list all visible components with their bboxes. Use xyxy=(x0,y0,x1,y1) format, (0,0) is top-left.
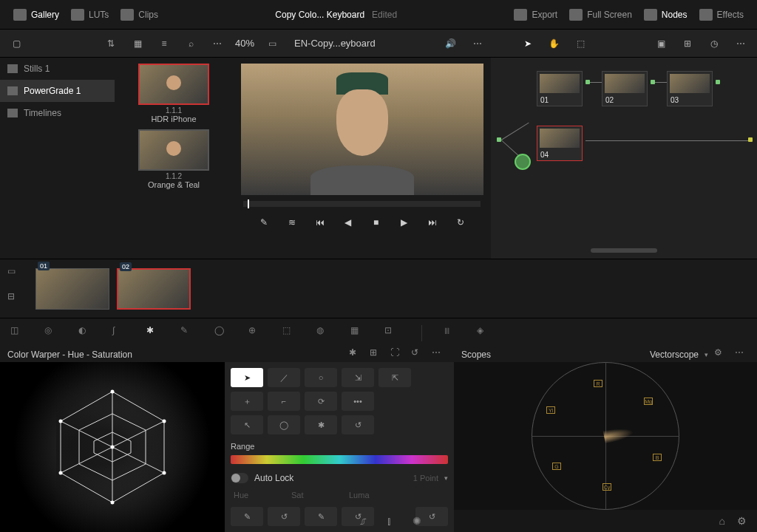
sidebar-item-timelines[interactable]: Timelines xyxy=(0,102,115,124)
picker-icon[interactable]: ✎ xyxy=(256,214,272,231)
scope-mode[interactable]: Vectorscope xyxy=(650,349,699,360)
loop-icon[interactable]: ↻ xyxy=(452,214,469,231)
key-icon[interactable]: ▦ xyxy=(350,325,367,341)
qualifier-icon[interactable]: ✎ xyxy=(180,325,197,341)
grid-icon[interactable]: ⊞ xyxy=(370,347,384,362)
scope-settings-icon[interactable]: ⚙ xyxy=(714,347,729,362)
blur-icon[interactable]: ◍ xyxy=(316,325,333,341)
settings-icon[interactable]: ⚙ xyxy=(737,515,747,527)
fullscreen-button[interactable]: Full Screen xyxy=(563,6,638,24)
sat-param[interactable]: Sat xyxy=(291,491,336,499)
magic-mask-icon[interactable]: ⬚ xyxy=(282,325,299,341)
clip-mode-icon[interactable]: ▭ xyxy=(7,266,28,287)
hdr-icon[interactable]: ◐ xyxy=(78,325,95,341)
select-tool[interactable]: ➤ xyxy=(231,368,263,387)
layout-toggle[interactable]: ▢ xyxy=(7,35,25,52)
pointer-tool[interactable]: ➤ xyxy=(519,35,537,52)
hand-tool[interactable]: ✋ xyxy=(546,35,563,52)
scopes-icon[interactable]: ⫼ xyxy=(443,325,459,341)
all-tool[interactable]: ✱ xyxy=(305,415,337,434)
stop-icon[interactable]: ■ xyxy=(368,214,384,231)
autolock-toggle[interactable] xyxy=(231,473,248,483)
color-warper-icon[interactable]: ✱ xyxy=(146,325,163,341)
aspect-icon[interactable]: ▭ xyxy=(263,35,281,52)
grid-view-icon[interactable]: ▦ xyxy=(129,35,146,52)
effects-tab[interactable]: Effects xyxy=(693,6,750,24)
point-mode[interactable]: 1 Point xyxy=(413,474,438,482)
clip-filter-icon[interactable]: ⊟ xyxy=(7,291,28,312)
smooth-tool[interactable]: ⌐ xyxy=(268,392,300,411)
zoom-level[interactable]: 40% xyxy=(235,38,254,49)
camera-raw-icon[interactable]: ◫ xyxy=(10,325,27,341)
node-03[interactable]: 03 xyxy=(667,71,713,106)
increase-tool[interactable]: ••• xyxy=(342,392,374,411)
clip-thumb-01[interactable]: 01 xyxy=(35,268,109,310)
highlight-icon[interactable]: ◷ xyxy=(705,35,723,52)
nodes-tab[interactable]: Nodes xyxy=(638,6,693,24)
expand-icon[interactable]: ⛶ xyxy=(390,347,405,362)
viewer-scrubber[interactable] xyxy=(243,201,481,207)
export-button[interactable]: Export xyxy=(508,6,563,24)
node-link-tool[interactable]: ⬚ xyxy=(572,35,590,52)
more-icon[interactable]: ⋯ xyxy=(208,35,226,52)
pin-tool[interactable]: ○ xyxy=(305,368,337,387)
add-node-handle[interactable] xyxy=(515,154,531,170)
page-color-icon[interactable]: ⫿ xyxy=(387,515,392,527)
reset-tool[interactable]: ↺ xyxy=(342,415,374,434)
color-wheels-icon[interactable]: ◎ xyxy=(44,325,61,341)
search-icon[interactable]: ⌕ xyxy=(182,35,200,52)
window-icon[interactable]: ◯ xyxy=(214,325,231,341)
svg-point-10 xyxy=(59,471,63,475)
more-viewer-icon[interactable]: ⋯ xyxy=(469,35,486,52)
clip-name[interactable]: EN-Copy...eyboard xyxy=(290,38,380,49)
page-primaries-icon[interactable]: ⎎ xyxy=(360,515,366,527)
pull-out-tool[interactable]: ⇱ xyxy=(378,368,411,387)
tracking-icon[interactable]: ⊕ xyxy=(248,325,265,341)
warper-mode-icon[interactable]: ✱ xyxy=(349,347,364,362)
clip-thumb-02[interactable]: 02 xyxy=(117,268,191,310)
draw-tool[interactable]: ／ xyxy=(268,368,300,387)
clips-tab[interactable]: Clips xyxy=(115,6,164,24)
node-scroll[interactable] xyxy=(591,248,657,253)
color-warper-graph[interactable] xyxy=(0,362,225,532)
home-icon[interactable]: ⌂ xyxy=(719,515,725,527)
step-back-icon[interactable]: ◀ xyxy=(340,214,356,231)
still-item[interactable]: 1.1.2 Orange & Teal xyxy=(120,129,227,189)
node-graph[interactable]: 01 02 03 04 xyxy=(491,58,757,259)
node-04[interactable]: 04 xyxy=(537,126,583,161)
vectorscope[interactable]: R Mg B Cy G Yl xyxy=(532,362,679,510)
arrow2-tool[interactable]: ↖ xyxy=(231,415,263,434)
luts-tab[interactable]: LUTs xyxy=(65,6,115,24)
scope-more-icon[interactable]: ⋯ xyxy=(735,347,750,362)
reset-icon[interactable]: ↺ xyxy=(411,347,426,362)
curves-icon[interactable]: ∫ xyxy=(112,325,129,341)
sidebar-item-stills[interactable]: Stills 1 xyxy=(0,58,115,80)
hue-range-bar[interactable] xyxy=(231,455,448,464)
page-wheels-icon[interactable]: ✺ xyxy=(413,515,421,527)
sidebar-item-powergrade[interactable]: PowerGrade 1 xyxy=(0,80,115,102)
sizing-icon[interactable]: ⊡ xyxy=(384,325,401,341)
add-point-tool[interactable]: ＋ xyxy=(231,392,263,411)
sort-icon[interactable]: ⇅ xyxy=(102,35,120,52)
node-02[interactable]: 02 xyxy=(602,71,648,106)
info-icon[interactable]: ◈ xyxy=(477,325,493,341)
node-01[interactable]: 01 xyxy=(537,71,583,106)
skip-start-icon[interactable]: ⏮ xyxy=(312,214,328,231)
viewer-image[interactable] xyxy=(241,64,483,195)
pull-in-tool[interactable]: ⇲ xyxy=(342,368,374,387)
audio-icon[interactable]: 🔊 xyxy=(442,35,460,52)
more-icon[interactable]: ⋯ xyxy=(432,347,447,362)
rotate-tool[interactable]: ⟳ xyxy=(305,392,337,411)
image-wipe-icon[interactable]: ▣ xyxy=(652,35,670,52)
hue-param[interactable]: Hue xyxy=(234,491,278,499)
luma-param[interactable]: Luma xyxy=(349,491,393,499)
more-node-icon[interactable]: ⋯ xyxy=(732,35,750,52)
still-item[interactable]: 1.1.1 HDR iPhone xyxy=(120,64,227,123)
play-icon[interactable]: ▶ xyxy=(396,214,413,231)
gallery-tab[interactable]: Gallery xyxy=(7,6,65,24)
layers-icon[interactable]: ≋ xyxy=(284,214,300,231)
list-view-icon[interactable]: ≡ xyxy=(155,35,173,52)
skip-end-icon[interactable]: ⏭ xyxy=(424,214,441,231)
split-view-icon[interactable]: ⊞ xyxy=(679,35,696,52)
lasso-tool[interactable]: ◯ xyxy=(268,415,300,434)
